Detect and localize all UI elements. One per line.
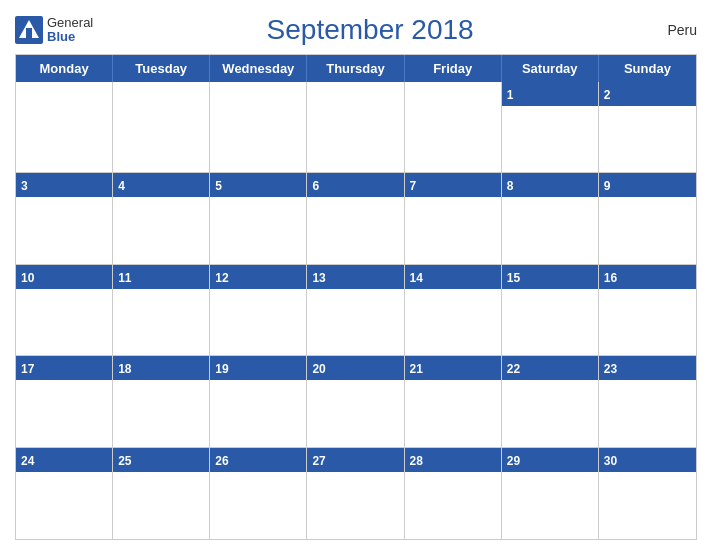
cell-date-number: 21 (410, 362, 423, 376)
cell-number-row: 12 (210, 265, 306, 289)
cell-content-area (210, 472, 306, 541)
calendar-cell: 17 (16, 356, 113, 447)
cell-number-row: 1 (502, 82, 598, 106)
cell-date-number: 23 (604, 362, 617, 376)
cell-number-row: 19 (210, 356, 306, 380)
calendar-cell: 3 (16, 173, 113, 264)
calendar-body: 1234567891011121314151617181920212223242… (16, 82, 696, 539)
calendar-cell: 16 (599, 265, 696, 356)
cell-date-number: 14 (410, 271, 423, 285)
cell-date-number: 2 (604, 88, 611, 102)
calendar-cell (405, 82, 502, 173)
cell-content-area (599, 472, 696, 541)
calendar-cell: 27 (307, 448, 404, 539)
cell-date-number: 24 (21, 454, 34, 468)
cell-date-number: 16 (604, 271, 617, 285)
calendar-cell: 26 (210, 448, 307, 539)
calendar-week-5: 24252627282930 (16, 448, 696, 539)
cell-number-row: 28 (405, 448, 501, 472)
cell-content-area (405, 380, 501, 448)
cell-date-number: 30 (604, 454, 617, 468)
calendar-cell: 12 (210, 265, 307, 356)
cell-date-number: 18 (118, 362, 131, 376)
cell-date-number: 11 (118, 271, 131, 285)
cell-content-area (307, 380, 403, 448)
calendar-cell: 8 (502, 173, 599, 264)
cell-number-row: 9 (599, 173, 696, 197)
calendar-grid: MondayTuesdayWednesdayThursdayFridaySatu… (15, 54, 697, 540)
calendar-header: General Blue September 2018 Peru (15, 10, 697, 54)
calendar-title: September 2018 (93, 14, 647, 46)
calendar-cell: 22 (502, 356, 599, 447)
cell-content-area (307, 289, 403, 357)
calendar-cell: 30 (599, 448, 696, 539)
cell-number-row: 23 (599, 356, 696, 380)
day-header-sunday: Sunday (599, 55, 696, 82)
cell-date-number: 4 (118, 179, 125, 193)
cell-date-number: 6 (312, 179, 319, 193)
cell-content-area (405, 289, 501, 357)
calendar-cell: 15 (502, 265, 599, 356)
calendar-cell: 2 (599, 82, 696, 173)
cell-content-area (16, 88, 112, 156)
cell-content-area (405, 88, 501, 156)
cell-number-row: 13 (307, 265, 403, 289)
cell-content-area (113, 289, 209, 357)
cell-number-row: 5 (210, 173, 306, 197)
cell-number-row: 25 (113, 448, 209, 472)
cell-number-row: 22 (502, 356, 598, 380)
cell-date-number: 7 (410, 179, 417, 193)
cell-date-number: 20 (312, 362, 325, 376)
cell-content-area (16, 197, 112, 265)
calendar-week-3: 10111213141516 (16, 265, 696, 356)
cell-date-number: 26 (215, 454, 228, 468)
cell-date-number: 15 (507, 271, 520, 285)
cell-number-row: 8 (502, 173, 598, 197)
cell-number-row: 7 (405, 173, 501, 197)
cell-date-number: 5 (215, 179, 222, 193)
logo: General Blue (15, 16, 93, 45)
cell-content-area (502, 472, 598, 541)
cell-date-number: 17 (21, 362, 34, 376)
cell-content-area (113, 380, 209, 448)
calendar-cell: 24 (16, 448, 113, 539)
calendar-cell: 29 (502, 448, 599, 539)
calendar-cell (16, 82, 113, 173)
cell-date-number: 19 (215, 362, 228, 376)
cell-number-row: 15 (502, 265, 598, 289)
day-header-tuesday: Tuesday (113, 55, 210, 82)
cell-number-row: 21 (405, 356, 501, 380)
day-header-monday: Monday (16, 55, 113, 82)
svg-rect-2 (26, 28, 32, 38)
cell-number-row: 11 (113, 265, 209, 289)
cell-date-number: 25 (118, 454, 131, 468)
calendar-cell: 28 (405, 448, 502, 539)
day-header-thursday: Thursday (307, 55, 404, 82)
cell-content-area (16, 289, 112, 357)
cell-number-row: 30 (599, 448, 696, 472)
cell-date-number: 27 (312, 454, 325, 468)
cell-number-row: 14 (405, 265, 501, 289)
cell-number-row: 27 (307, 448, 403, 472)
day-header-friday: Friday (405, 55, 502, 82)
logo-general: General (47, 16, 93, 30)
calendar-cell: 21 (405, 356, 502, 447)
calendar-week-1: 12 (16, 82, 696, 173)
calendar-cell (307, 82, 404, 173)
cell-number-row: 6 (307, 173, 403, 197)
cell-date-number: 8 (507, 179, 514, 193)
calendar-cell: 23 (599, 356, 696, 447)
cell-content-area (502, 106, 598, 174)
cell-number-row: 3 (16, 173, 112, 197)
calendar-cell: 20 (307, 356, 404, 447)
cell-content-area (113, 472, 209, 541)
calendar-cell: 7 (405, 173, 502, 264)
cell-content-area (307, 197, 403, 265)
cell-date-number: 9 (604, 179, 611, 193)
country-label: Peru (647, 22, 697, 38)
day-header-saturday: Saturday (502, 55, 599, 82)
cell-content-area (210, 88, 306, 156)
calendar-cell: 19 (210, 356, 307, 447)
cell-content-area (405, 472, 501, 541)
calendar-cell (210, 82, 307, 173)
